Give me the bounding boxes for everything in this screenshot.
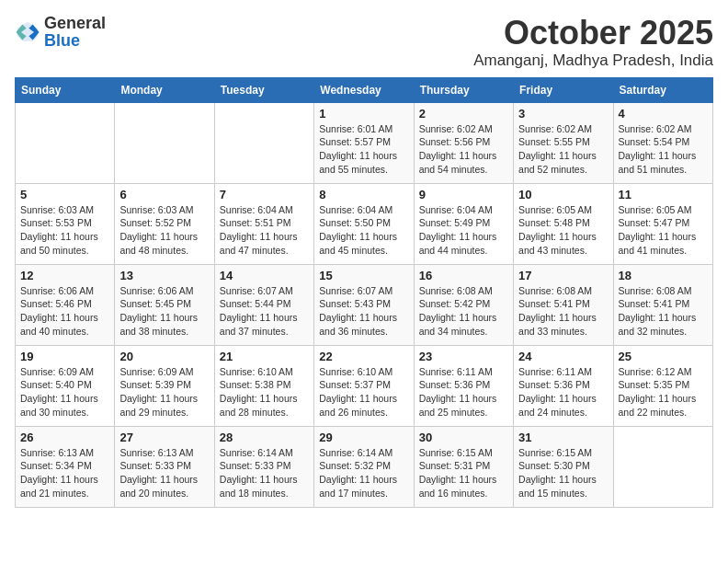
- day-cell: 22 Sunrise: 6:10 AMSunset: 5:37 PMDaylig…: [314, 345, 414, 426]
- calendar-table: SundayMondayTuesdayWednesdayThursdayFrid…: [15, 77, 713, 508]
- day-cell: 7 Sunrise: 6:04 AMSunset: 5:51 PMDayligh…: [214, 183, 313, 264]
- logo: General Blue: [15, 15, 106, 50]
- day-cell: 6 Sunrise: 6:03 AMSunset: 5:52 PMDayligh…: [115, 183, 214, 264]
- day-cell: 30 Sunrise: 6:15 AMSunset: 5:31 PMDaylig…: [414, 426, 513, 507]
- day-cell: 15 Sunrise: 6:07 AMSunset: 5:43 PMDaylig…: [314, 264, 414, 345]
- day-number: 23: [419, 350, 508, 363]
- day-number: 2: [419, 107, 508, 121]
- title-block: October 2025 Amanganj, Madhya Pradesh, I…: [473, 15, 713, 70]
- day-number: 18: [619, 269, 708, 282]
- day-cell: 25 Sunrise: 6:12 AMSunset: 5:35 PMDaylig…: [613, 345, 712, 426]
- day-info: Sunrise: 6:07 AMSunset: 5:44 PMDaylight:…: [220, 284, 309, 339]
- logo-blue: Blue: [44, 32, 106, 50]
- day-info: Sunrise: 6:10 AMSunset: 5:37 PMDaylight:…: [319, 365, 408, 419]
- weekday-header-friday: Friday: [514, 77, 613, 102]
- day-info: Sunrise: 6:13 AMSunset: 5:34 PMDaylight:…: [20, 446, 109, 500]
- day-cell: 12 Sunrise: 6:06 AMSunset: 5:46 PMDaylig…: [16, 264, 115, 345]
- day-number: 28: [220, 431, 309, 444]
- month-title: October 2025: [473, 15, 713, 52]
- day-number: 8: [319, 188, 408, 201]
- day-info: Sunrise: 6:04 AMSunset: 5:49 PMDaylight:…: [419, 203, 508, 258]
- day-cell: 10 Sunrise: 6:05 AMSunset: 5:48 PMDaylig…: [514, 183, 613, 264]
- day-number: 9: [419, 188, 508, 201]
- day-cell: 11 Sunrise: 6:05 AMSunset: 5:47 PMDaylig…: [613, 183, 712, 264]
- location-title: Amanganj, Madhya Pradesh, India: [473, 52, 713, 70]
- week-row-1: 1 Sunrise: 6:01 AMSunset: 5:57 PMDayligh…: [16, 102, 713, 183]
- day-number: 27: [119, 431, 209, 444]
- day-cell: 8 Sunrise: 6:04 AMSunset: 5:50 PMDayligh…: [314, 183, 414, 264]
- day-cell: 16 Sunrise: 6:08 AMSunset: 5:42 PMDaylig…: [414, 264, 513, 345]
- weekday-header-sunday: Sunday: [16, 77, 115, 102]
- day-number: 7: [220, 188, 309, 201]
- day-cell: 17 Sunrise: 6:08 AMSunset: 5:41 PMDaylig…: [514, 264, 613, 345]
- day-cell: [613, 426, 712, 507]
- day-info: Sunrise: 6:09 AMSunset: 5:39 PMDaylight:…: [119, 365, 209, 419]
- day-info: Sunrise: 6:06 AMSunset: 5:46 PMDaylight:…: [20, 284, 109, 339]
- day-cell: [16, 102, 115, 183]
- week-row-3: 12 Sunrise: 6:06 AMSunset: 5:46 PMDaylig…: [16, 264, 713, 345]
- day-cell: 1 Sunrise: 6:01 AMSunset: 5:57 PMDayligh…: [314, 102, 414, 183]
- page-header: General Blue October 2025 Amanganj, Madh…: [15, 15, 713, 70]
- day-info: Sunrise: 6:08 AMSunset: 5:41 PMDaylight:…: [518, 284, 608, 339]
- day-cell: 4 Sunrise: 6:02 AMSunset: 5:54 PMDayligh…: [613, 102, 712, 183]
- day-number: 29: [319, 431, 408, 444]
- day-cell: 2 Sunrise: 6:02 AMSunset: 5:56 PMDayligh…: [414, 102, 513, 183]
- day-info: Sunrise: 6:08 AMSunset: 5:42 PMDaylight:…: [419, 284, 508, 339]
- day-number: 30: [419, 431, 508, 444]
- day-info: Sunrise: 6:13 AMSunset: 5:33 PMDaylight:…: [119, 446, 209, 500]
- day-cell: 19 Sunrise: 6:09 AMSunset: 5:40 PMDaylig…: [16, 345, 115, 426]
- day-cell: 26 Sunrise: 6:13 AMSunset: 5:34 PMDaylig…: [16, 426, 115, 507]
- day-number: 21: [220, 350, 309, 363]
- day-info: Sunrise: 6:14 AMSunset: 5:32 PMDaylight:…: [319, 446, 408, 500]
- day-number: 1: [319, 107, 408, 121]
- logo-general: General: [44, 15, 106, 32]
- day-number: 26: [20, 431, 109, 444]
- day-number: 19: [20, 350, 109, 363]
- day-number: 15: [319, 269, 408, 282]
- day-number: 14: [220, 269, 309, 282]
- day-cell: 28 Sunrise: 6:14 AMSunset: 5:33 PMDaylig…: [214, 426, 313, 507]
- day-info: Sunrise: 6:05 AMSunset: 5:47 PMDaylight:…: [619, 203, 708, 258]
- weekday-header-thursday: Thursday: [414, 77, 513, 102]
- day-number: 17: [518, 269, 608, 282]
- day-cell: 24 Sunrise: 6:11 AMSunset: 5:36 PMDaylig…: [514, 345, 613, 426]
- day-cell: 14 Sunrise: 6:07 AMSunset: 5:44 PMDaylig…: [214, 264, 313, 345]
- day-info: Sunrise: 6:03 AMSunset: 5:52 PMDaylight:…: [119, 203, 209, 258]
- day-cell: 5 Sunrise: 6:03 AMSunset: 5:53 PMDayligh…: [16, 183, 115, 264]
- day-number: 20: [119, 350, 209, 363]
- day-number: 6: [119, 188, 209, 201]
- day-cell: 18 Sunrise: 6:08 AMSunset: 5:41 PMDaylig…: [613, 264, 712, 345]
- day-info: Sunrise: 6:01 AMSunset: 5:57 PMDaylight:…: [319, 122, 408, 177]
- day-number: 13: [119, 269, 209, 282]
- weekday-header-tuesday: Tuesday: [214, 77, 313, 102]
- day-info: Sunrise: 6:02 AMSunset: 5:56 PMDaylight:…: [419, 122, 508, 177]
- day-number: 24: [518, 350, 608, 363]
- day-number: 3: [518, 107, 608, 121]
- weekday-header-monday: Monday: [115, 77, 214, 102]
- day-info: Sunrise: 6:15 AMSunset: 5:31 PMDaylight:…: [419, 446, 508, 500]
- day-number: 10: [518, 188, 608, 201]
- day-info: Sunrise: 6:07 AMSunset: 5:43 PMDaylight:…: [319, 284, 408, 339]
- day-info: Sunrise: 6:09 AMSunset: 5:40 PMDaylight:…: [20, 365, 109, 419]
- day-number: 16: [419, 269, 508, 282]
- day-cell: [214, 102, 313, 183]
- day-info: Sunrise: 6:11 AMSunset: 5:36 PMDaylight:…: [419, 365, 508, 419]
- day-cell: 27 Sunrise: 6:13 AMSunset: 5:33 PMDaylig…: [115, 426, 214, 507]
- day-cell: 9 Sunrise: 6:04 AMSunset: 5:49 PMDayligh…: [414, 183, 513, 264]
- weekday-header-row: SundayMondayTuesdayWednesdayThursdayFrid…: [16, 77, 713, 102]
- day-number: 4: [619, 107, 708, 121]
- day-cell: 3 Sunrise: 6:02 AMSunset: 5:55 PMDayligh…: [514, 102, 613, 183]
- day-info: Sunrise: 6:11 AMSunset: 5:36 PMDaylight:…: [518, 365, 608, 419]
- week-row-4: 19 Sunrise: 6:09 AMSunset: 5:40 PMDaylig…: [16, 345, 713, 426]
- day-info: Sunrise: 6:12 AMSunset: 5:35 PMDaylight:…: [619, 365, 708, 419]
- logo-icon: [15, 19, 40, 45]
- week-row-5: 26 Sunrise: 6:13 AMSunset: 5:34 PMDaylig…: [16, 426, 713, 507]
- day-info: Sunrise: 6:15 AMSunset: 5:30 PMDaylight:…: [518, 446, 608, 500]
- week-row-2: 5 Sunrise: 6:03 AMSunset: 5:53 PMDayligh…: [16, 183, 713, 264]
- day-cell: [115, 102, 214, 183]
- day-cell: 31 Sunrise: 6:15 AMSunset: 5:30 PMDaylig…: [514, 426, 613, 507]
- day-info: Sunrise: 6:03 AMSunset: 5:53 PMDaylight:…: [20, 203, 109, 258]
- day-info: Sunrise: 6:02 AMSunset: 5:54 PMDaylight:…: [619, 122, 708, 177]
- day-info: Sunrise: 6:05 AMSunset: 5:48 PMDaylight:…: [518, 203, 608, 258]
- day-number: 22: [319, 350, 408, 363]
